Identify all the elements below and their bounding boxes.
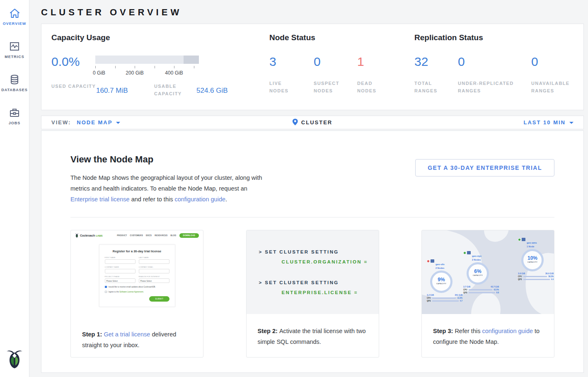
usable-capacity-label: USABLE CAPACITY (154, 82, 196, 97)
node-map-description: The Node Map shows the geographical layo… (70, 172, 269, 205)
map-node-geo-nyc: geo-nyc2 Nodes 6%CAPACITY 3.7 GiB43.7 Gi… (463, 251, 499, 294)
total-ranges-stat: 32 TOTAL RANGES (414, 55, 458, 94)
breadcrumb-label: CLUSTER (301, 119, 332, 126)
node-status-section: Node Status 3 LIVE NODES 0 SUSPECT NODES… (269, 33, 414, 110)
databases-icon (9, 74, 20, 85)
view-selector-value: NODE MAP (77, 119, 112, 126)
capacity-usage-section: Capacity Usage 0.0% 0 GiB 200 GiB 400 Gi… (51, 33, 269, 110)
node-cube-icon (522, 238, 525, 241)
suspect-nodes-value: 0 (314, 55, 357, 69)
step3-caption: Step 3: Refer this configuration guide t… (422, 314, 554, 347)
total-ranges-label: TOTAL RANGES (414, 80, 443, 94)
sidebar-item-databases[interactable]: DATABASES (0, 66, 29, 99)
sidebar-item-metrics[interactable]: METRICS (0, 33, 29, 66)
map-node-geo-ams: geo-ams1 Node 10%CAPACITY 3.6 GiB36.6 Gi… (518, 238, 554, 280)
capacity-percent: 0.0% (51, 55, 95, 76)
capacity-gauge: 0 GiB 200 GiB 400 GiB (95, 56, 199, 76)
mock-nav-item: RESOURCES (155, 234, 167, 237)
under-replicated-ranges-label: UNDER-REPLICATED RANGES (458, 80, 526, 94)
sidebar-item-overview[interactable]: OVERVIEW (0, 0, 29, 33)
brand-suffix: LABS (96, 234, 102, 237)
node-map-thumbnail: geo-sfo2 Nodes 9%CAPACITY 3.2 GiB351 GiB… (422, 230, 554, 314)
suspect-nodes-label: SUSPECT NODES (314, 80, 347, 94)
node-map-title: View the Node Map (70, 154, 269, 165)
mock-submit-button: SUBMIT (149, 296, 169, 302)
capacity-gauge-bar (95, 56, 199, 64)
replication-status-section: Replication Status 32 TOTAL RANGES 0 UND… (414, 33, 583, 110)
under-replicated-ranges-stat: 0 UNDER-REPLICATED RANGES (458, 55, 531, 94)
description-text: and refer to this (130, 196, 175, 203)
enterprise-trial-license-link[interactable]: Enterprise trial license (70, 196, 130, 203)
description-text: . (225, 196, 227, 203)
chevron-down-icon (569, 122, 573, 126)
node-map-panel: View the Node Map The Node Map shows the… (41, 130, 584, 373)
map-node-geo-sfo: geo-sfo2 Nodes 9%CAPACITY 3.2 GiB351 GiB… (427, 259, 462, 302)
sidebar-item-label: DATABASES (1, 88, 28, 92)
sql-setting: ENTERPRISE.LICENSE = (282, 290, 379, 295)
used-capacity-value: 160.7 MiB (96, 82, 154, 97)
mock-nav-item: PRODUCT (117, 234, 127, 237)
metrics-icon (9, 41, 20, 52)
live-nodes-stat: 3 LIVE NODES (269, 55, 314, 94)
node-cube-icon (467, 251, 471, 254)
time-range-dropdown[interactable]: LAST 10 MIN (524, 119, 573, 126)
briefcase-icon (9, 107, 20, 118)
description-text: The Node Map shows the geographical layo… (70, 174, 262, 192)
sql-code-block: > SET CLUSTER SETTING CLUSTER.ORGANIZATI… (247, 230, 379, 314)
view-selector-dropdown[interactable]: NODE MAP (77, 119, 120, 126)
brand-name: Cockroach (80, 234, 95, 237)
cluster-summary-card: Capacity Usage 0.0% 0 GiB 200 GiB 400 Gi… (41, 24, 584, 110)
sidebar: OVERVIEW METRICS DATABASES (0, 0, 29, 377)
configuration-guide-link[interactable]: configuration guide (482, 328, 533, 334)
cockroach-labs-logo: Cockroach LABS (75, 233, 103, 238)
tick-label-400: 400 GiB (165, 70, 183, 76)
unavailable-ranges-label: UNAVAILABLE RANGES (531, 80, 577, 94)
step2-card: > SET CLUSTER SETTING CLUSTER.ORGANIZATI… (246, 230, 379, 358)
divider (70, 217, 554, 218)
dead-nodes-label: DEAD NODES (357, 80, 382, 94)
sidebar-item-label: JOBS (9, 121, 21, 125)
unavailable-ranges-value: 0 (531, 55, 577, 69)
dead-nodes-value: 1 (357, 55, 382, 69)
view-bar: VIEW: NODE MAP CLUSTER LAST 10 MIN (41, 116, 584, 129)
mock-nav-item: CUSTOMERS (130, 234, 143, 237)
get-trial-license-link[interactable]: Get a trial license (104, 331, 150, 338)
under-replicated-ranges-value: 0 (458, 55, 531, 69)
node-status-title: Node Status (269, 33, 414, 42)
tick-label-200: 200 GiB (126, 70, 143, 76)
capacity-usage-title: Capacity Usage (51, 33, 269, 42)
node-status-dot (518, 238, 521, 241)
step1-card: Cockroach LABS PRODUCT CUSTOMERS DOCS RE… (70, 230, 203, 358)
breadcrumb[interactable]: CLUSTER (293, 118, 332, 127)
sidebar-item-jobs[interactable]: JOBS (0, 99, 29, 133)
chevron-down-icon (116, 122, 120, 126)
suspect-nodes-stat: 0 SUSPECT NODES (314, 55, 357, 94)
step1-caption: Step 1: Get a trial license delivered st… (71, 308, 203, 350)
view-label: VIEW: (51, 119, 71, 126)
mock-form-title: Register for a 30-day trial license (105, 249, 169, 253)
sql-statement: > SET CLUSTER SETTING (259, 280, 379, 285)
cockroachdb-logo (6, 348, 23, 371)
configuration-guide-link[interactable]: configuration guide (174, 196, 225, 203)
live-nodes-value: 3 (269, 55, 314, 69)
home-icon (9, 8, 20, 19)
dead-nodes-stat: 1 DEAD NODES (357, 55, 382, 94)
used-capacity-label: USED CAPACITY (51, 82, 96, 97)
main-content: CLUSTER OVERVIEW Capacity Usage 0.0% 0 G… (30, 0, 588, 377)
node-status-dot (463, 251, 466, 254)
node-status-dot (427, 260, 430, 263)
registration-page-thumbnail: Cockroach LABS PRODUCT CUSTOMERS DOCS RE… (71, 230, 203, 308)
enterprise-trial-button[interactable]: GET A 30-DAY ENTERPRISE TRIAL (415, 159, 554, 176)
tick-label-0: 0 GiB (93, 70, 105, 76)
sidebar-item-label: OVERVIEW (3, 22, 26, 26)
page-title: CLUSTER OVERVIEW (41, 0, 584, 24)
sql-statement: > SET CLUSTER SETTING (259, 249, 379, 254)
node-cube-icon (431, 259, 434, 263)
time-range-value: LAST 10 MIN (524, 119, 566, 126)
mock-nav-item: BLOG (170, 234, 176, 237)
map-pin-icon (293, 118, 301, 127)
unavailable-ranges-stat: 0 UNAVAILABLE RANGES (531, 55, 577, 94)
total-ranges-value: 32 (414, 55, 458, 69)
sidebar-item-label: METRICS (5, 55, 24, 59)
live-nodes-label: LIVE NODES (269, 80, 298, 94)
